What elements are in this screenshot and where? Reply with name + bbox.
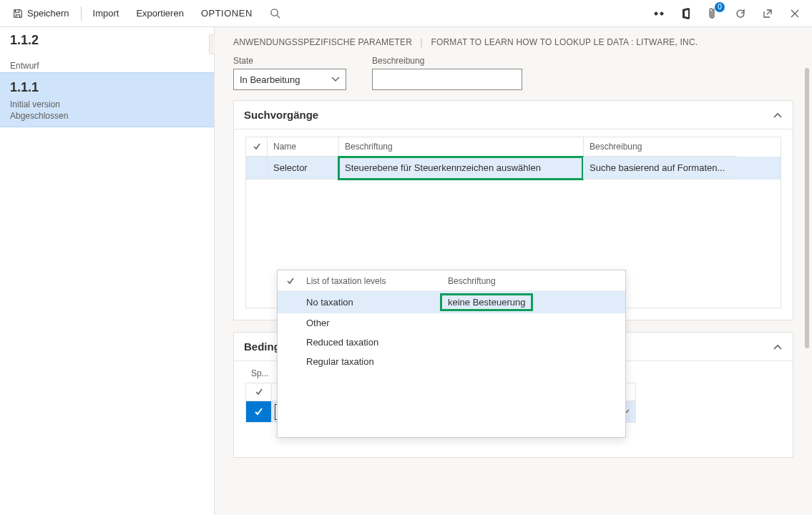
close-button[interactable] — [785, 4, 805, 24]
check-icon — [286, 277, 295, 285]
separator — [81, 6, 82, 21]
search-button[interactable] — [263, 0, 288, 27]
sidebar-status-entwurf: Entwurf — [0, 59, 214, 72]
chevron-down-icon — [331, 77, 340, 82]
svg-point-0 — [271, 9, 278, 16]
popout-button[interactable] — [758, 4, 778, 24]
collapse-button[interactable] — [773, 343, 783, 350]
svg-line-1 — [277, 15, 280, 18]
chevron-up-icon — [773, 112, 783, 119]
search-icon — [270, 8, 280, 19]
sidebar-item-112[interactable]: 1.1.2 — [0, 27, 214, 51]
attachments-button[interactable]: 0 — [703, 4, 723, 24]
state-select[interactable]: In Bearbeitung — [233, 69, 346, 90]
description-field: Beschreibung — [372, 56, 522, 90]
col-label-header[interactable]: Beschriftung — [338, 137, 583, 157]
popup-row-reduced[interactable]: Reduced taxation — [278, 333, 625, 352]
save-icon — [13, 9, 23, 19]
state-field: State In Bearbeitung — [233, 56, 346, 90]
sidebar-item-111[interactable]: 1.1.1 Initial version Abgeschlossen — [0, 72, 214, 127]
description-input[interactable] — [372, 69, 522, 90]
main-area: ANWENDUNGSSPEZIFISCHE PARAMETER | FORMAT… — [215, 27, 812, 515]
popup-col1-header[interactable]: List of taxation levels — [306, 276, 448, 286]
lookups-panel: Suchvorgänge Name Beschriftung Beschreib… — [233, 100, 793, 320]
popup-row-regular[interactable]: Regular taxation — [278, 352, 625, 371]
top-toolbar: Speichern Import Exportieren OPTIONEN 0 — [0, 0, 812, 27]
row-selected-check[interactable] — [245, 401, 271, 423]
attachments-badge: 0 — [715, 2, 725, 12]
taxation-dropdown-popup: List of taxation levels Beschriftung No … — [277, 270, 626, 438]
save-button[interactable]: Speichern — [6, 0, 77, 27]
vertical-scrollbar[interactable] — [805, 68, 809, 348]
options-button[interactable]: OPTIONEN — [194, 0, 260, 27]
popup-col2-header[interactable]: Beschriftung — [448, 276, 617, 286]
export-button[interactable]: Exportieren — [129, 0, 190, 27]
check-icon — [254, 407, 264, 417]
check-icon — [255, 388, 263, 396]
lookups-title: Suchvorgänge — [244, 109, 318, 121]
import-button[interactable]: Import — [86, 0, 127, 27]
breadcrumb: ANWENDUNGSSPEZIFISCHE PARAMETER | FORMAT… — [215, 27, 812, 52]
save-label: Speichern — [27, 8, 69, 19]
col-desc-header[interactable]: Beschreibung — [583, 137, 736, 157]
col-name-header[interactable]: Name — [267, 137, 338, 157]
lookup-label-cell: Steuerebene für Steuerkennzeichen auswäh… — [338, 157, 583, 180]
collapse-button[interactable] — [773, 112, 783, 119]
lookup-row[interactable]: Selector Steuerebene für Steuerkennzeich… — [245, 157, 781, 180]
refresh-button[interactable] — [730, 4, 750, 24]
cond-check-header[interactable] — [245, 383, 271, 401]
popup-row-no-taxation[interactable]: No taxation keine Besteuerung — [278, 291, 625, 313]
connect-icon[interactable] — [649, 4, 669, 24]
office-icon[interactable] — [676, 4, 696, 24]
version-sidebar: 1.1.2 Entwurf 1.1.1 Initial version Abge… — [0, 27, 215, 515]
popup-row-other[interactable]: Other — [278, 313, 625, 333]
checkmark-header[interactable] — [245, 137, 267, 157]
chevron-up-icon — [773, 343, 783, 350]
check-icon — [253, 142, 261, 151]
